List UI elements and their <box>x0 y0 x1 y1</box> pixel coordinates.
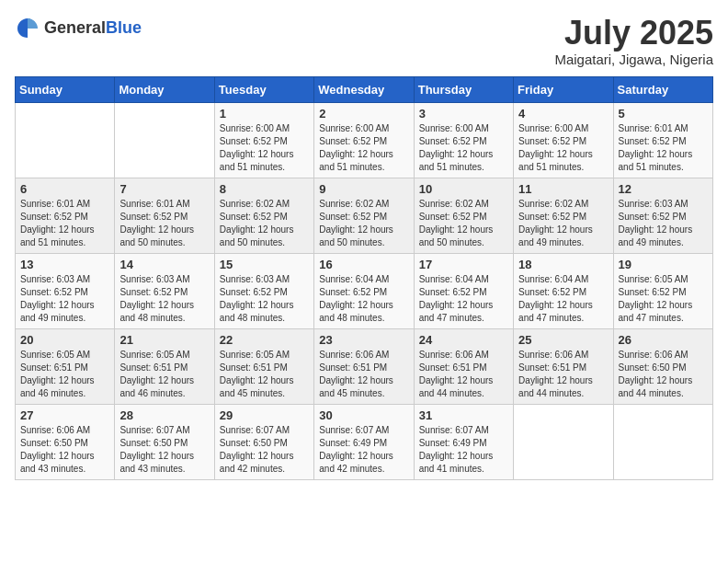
calendar-cell: 26Sunrise: 6:06 AM Sunset: 6:50 PM Dayli… <box>613 328 712 404</box>
calendar-cell: 14Sunrise: 6:03 AM Sunset: 6:52 PM Dayli… <box>115 253 214 328</box>
day-number: 10 <box>419 182 508 196</box>
day-info: Sunrise: 6:03 AM Sunset: 6:52 PM Dayligh… <box>619 198 708 249</box>
day-number: 2 <box>319 107 408 121</box>
day-info: Sunrise: 6:00 AM Sunset: 6:52 PM Dayligh… <box>220 122 309 174</box>
day-header-thursday: Thursday <box>414 76 513 102</box>
day-number: 6 <box>20 182 109 196</box>
calendar-cell: 25Sunrise: 6:06 AM Sunset: 6:51 PM Dayli… <box>514 328 613 404</box>
week-row-2: 6Sunrise: 6:01 AM Sunset: 6:52 PM Daylig… <box>16 178 713 253</box>
calendar-cell: 10Sunrise: 6:02 AM Sunset: 6:52 PM Dayli… <box>414 178 513 253</box>
day-number: 3 <box>419 107 508 121</box>
day-number: 25 <box>518 333 608 347</box>
day-info: Sunrise: 6:00 AM Sunset: 6:52 PM Dayligh… <box>518 122 608 174</box>
day-info: Sunrise: 6:06 AM Sunset: 6:51 PM Dayligh… <box>319 349 408 400</box>
calendar-cell: 13Sunrise: 6:03 AM Sunset: 6:52 PM Dayli… <box>16 253 115 328</box>
day-number: 16 <box>319 258 408 271</box>
day-number: 28 <box>119 408 209 422</box>
calendar-cell: 12Sunrise: 6:03 AM Sunset: 6:52 PM Dayli… <box>613 178 712 253</box>
week-row-1: 1Sunrise: 6:00 AM Sunset: 6:52 PM Daylig… <box>16 102 713 178</box>
calendar-cell: 3Sunrise: 6:00 AM Sunset: 6:52 PM Daylig… <box>414 102 513 178</box>
day-info: Sunrise: 6:07 AM Sunset: 6:49 PM Dayligh… <box>319 424 408 476</box>
day-number: 1 <box>220 107 309 121</box>
calendar-cell: 19Sunrise: 6:05 AM Sunset: 6:52 PM Dayli… <box>613 253 712 328</box>
day-number: 5 <box>619 107 708 121</box>
day-info: Sunrise: 6:04 AM Sunset: 6:52 PM Dayligh… <box>419 273 508 325</box>
day-info: Sunrise: 6:04 AM Sunset: 6:52 PM Dayligh… <box>518 273 608 325</box>
day-info: Sunrise: 6:02 AM Sunset: 6:52 PM Dayligh… <box>319 198 408 249</box>
calendar-cell: 1Sunrise: 6:00 AM Sunset: 6:52 PM Daylig… <box>214 102 313 178</box>
day-info: Sunrise: 6:03 AM Sunset: 6:52 PM Dayligh… <box>220 273 309 325</box>
week-row-3: 13Sunrise: 6:03 AM Sunset: 6:52 PM Dayli… <box>16 253 713 328</box>
day-number: 4 <box>518 107 608 121</box>
day-number: 27 <box>20 408 109 422</box>
day-info: Sunrise: 6:07 AM Sunset: 6:49 PM Dayligh… <box>419 424 508 476</box>
calendar-cell: 17Sunrise: 6:04 AM Sunset: 6:52 PM Dayli… <box>414 253 513 328</box>
day-number: 22 <box>220 333 309 347</box>
week-row-4: 20Sunrise: 6:05 AM Sunset: 6:51 PM Dayli… <box>16 328 713 404</box>
day-number: 29 <box>220 408 309 422</box>
calendar-cell: 31Sunrise: 6:07 AM Sunset: 6:49 PM Dayli… <box>414 404 513 479</box>
calendar-cell: 20Sunrise: 6:05 AM Sunset: 6:51 PM Dayli… <box>16 328 115 404</box>
logo-text: GeneralBlue <box>44 18 142 38</box>
week-row-5: 27Sunrise: 6:06 AM Sunset: 6:50 PM Dayli… <box>16 404 713 479</box>
day-number: 30 <box>319 408 408 422</box>
calendar-cell <box>115 102 214 178</box>
day-info: Sunrise: 6:06 AM Sunset: 6:51 PM Dayligh… <box>419 349 508 400</box>
calendar-cell: 8Sunrise: 6:02 AM Sunset: 6:52 PM Daylig… <box>214 178 313 253</box>
day-info: Sunrise: 6:04 AM Sunset: 6:52 PM Dayligh… <box>319 273 408 325</box>
day-info: Sunrise: 6:05 AM Sunset: 6:51 PM Dayligh… <box>20 349 109 400</box>
day-number: 23 <box>319 333 408 347</box>
day-info: Sunrise: 6:05 AM Sunset: 6:52 PM Dayligh… <box>619 273 708 325</box>
calendar-cell: 21Sunrise: 6:05 AM Sunset: 6:51 PM Dayli… <box>115 328 214 404</box>
day-info: Sunrise: 6:06 AM Sunset: 6:51 PM Dayligh… <box>518 349 608 400</box>
calendar-cell: 27Sunrise: 6:06 AM Sunset: 6:50 PM Dayli… <box>16 404 115 479</box>
calendar-cell: 29Sunrise: 6:07 AM Sunset: 6:50 PM Dayli… <box>214 404 313 479</box>
day-number: 12 <box>619 182 708 196</box>
title-block: July 2025 Maigatari, Jigawa, Nigeria <box>554 15 713 67</box>
calendar-cell <box>613 404 712 479</box>
day-info: Sunrise: 6:01 AM Sunset: 6:52 PM Dayligh… <box>119 198 209 249</box>
day-number: 18 <box>518 258 608 271</box>
calendar-cell: 2Sunrise: 6:00 AM Sunset: 6:52 PM Daylig… <box>314 102 414 178</box>
logo: GeneralBlue <box>15 15 142 40</box>
day-info: Sunrise: 6:00 AM Sunset: 6:52 PM Dayligh… <box>319 122 408 174</box>
month-year-title: July 2025 <box>554 15 713 52</box>
day-number: 24 <box>419 333 508 347</box>
day-number: 9 <box>319 182 408 196</box>
day-number: 13 <box>20 258 109 271</box>
day-info: Sunrise: 6:00 AM Sunset: 6:52 PM Dayligh… <box>419 122 508 174</box>
day-info: Sunrise: 6:05 AM Sunset: 6:51 PM Dayligh… <box>119 349 209 400</box>
day-info: Sunrise: 6:01 AM Sunset: 6:52 PM Dayligh… <box>20 198 109 249</box>
calendar-table: SundayMondayTuesdayWednesdayThursdayFrid… <box>15 76 713 480</box>
calendar-cell: 24Sunrise: 6:06 AM Sunset: 6:51 PM Dayli… <box>414 328 513 404</box>
calendar-cell: 23Sunrise: 6:06 AM Sunset: 6:51 PM Dayli… <box>314 328 414 404</box>
calendar-cell: 28Sunrise: 6:07 AM Sunset: 6:50 PM Dayli… <box>115 404 214 479</box>
calendar-cell: 4Sunrise: 6:00 AM Sunset: 6:52 PM Daylig… <box>514 102 613 178</box>
logo-icon <box>15 15 40 40</box>
day-number: 19 <box>619 258 708 271</box>
day-header-sunday: Sunday <box>16 76 115 102</box>
calendar-cell: 5Sunrise: 6:01 AM Sunset: 6:52 PM Daylig… <box>613 102 712 178</box>
day-info: Sunrise: 6:06 AM Sunset: 6:50 PM Dayligh… <box>619 349 708 400</box>
header-row: SundayMondayTuesdayWednesdayThursdayFrid… <box>16 76 713 102</box>
day-number: 11 <box>518 182 608 196</box>
calendar-cell <box>514 404 613 479</box>
logo-general: General <box>44 18 106 37</box>
day-header-tuesday: Tuesday <box>214 76 313 102</box>
day-header-wednesday: Wednesday <box>314 76 414 102</box>
day-info: Sunrise: 6:02 AM Sunset: 6:52 PM Dayligh… <box>518 198 608 249</box>
calendar-body: 1Sunrise: 6:00 AM Sunset: 6:52 PM Daylig… <box>16 102 713 479</box>
day-info: Sunrise: 6:07 AM Sunset: 6:50 PM Dayligh… <box>119 424 209 476</box>
day-info: Sunrise: 6:03 AM Sunset: 6:52 PM Dayligh… <box>20 273 109 325</box>
day-number: 7 <box>119 182 209 196</box>
day-info: Sunrise: 6:02 AM Sunset: 6:52 PM Dayligh… <box>220 198 309 249</box>
calendar-cell: 9Sunrise: 6:02 AM Sunset: 6:52 PM Daylig… <box>314 178 414 253</box>
calendar-cell: 7Sunrise: 6:01 AM Sunset: 6:52 PM Daylig… <box>115 178 214 253</box>
calendar-cell: 22Sunrise: 6:05 AM Sunset: 6:51 PM Dayli… <box>214 328 313 404</box>
day-info: Sunrise: 6:01 AM Sunset: 6:52 PM Dayligh… <box>619 122 708 174</box>
page-header: GeneralBlue July 2025 Maigatari, Jigawa,… <box>15 15 713 67</box>
calendar-cell: 6Sunrise: 6:01 AM Sunset: 6:52 PM Daylig… <box>16 178 115 253</box>
day-header-saturday: Saturday <box>613 76 712 102</box>
logo-blue: Blue <box>106 18 142 37</box>
day-number: 31 <box>419 408 508 422</box>
